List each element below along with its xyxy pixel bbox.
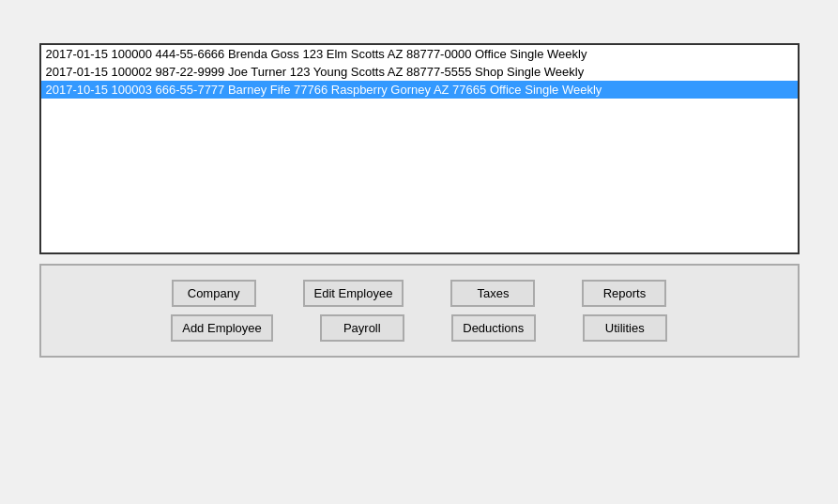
list-item[interactable]: 2017-10-15 100003 666-55-7777 Barney Fif… [41, 81, 798, 99]
page-container: 2017-01-15 100000 444-55-6666 Brenda Gos… [0, 0, 838, 504]
list-item[interactable]: 2017-01-15 100000 444-55-6666 Brenda Gos… [41, 45, 798, 63]
button-row-2: Add Employee Payroll Deductions Utilitie… [171, 314, 667, 342]
utilities-button[interactable]: Utilities [583, 314, 667, 342]
list-item[interactable]: 2017-01-15 100002 987-22-9999 Joe Turner… [41, 63, 798, 81]
reports-button[interactable]: Reports [582, 280, 666, 307]
company-button[interactable]: Company [172, 280, 256, 307]
button-panel: Company Edit Employee Taxes Reports Add … [39, 264, 800, 358]
button-row-1: Company Edit Employee Taxes Reports [172, 280, 667, 307]
payroll-button[interactable]: Payroll [320, 314, 404, 342]
employee-list-panel[interactable]: 2017-01-15 100000 444-55-6666 Brenda Gos… [39, 43, 800, 254]
deductions-button[interactable]: Deductions [451, 314, 536, 342]
edit-employee-button[interactable]: Edit Employee [303, 280, 404, 307]
taxes-button[interactable]: Taxes [450, 280, 535, 307]
add-employee-button[interactable]: Add Employee [171, 314, 273, 342]
